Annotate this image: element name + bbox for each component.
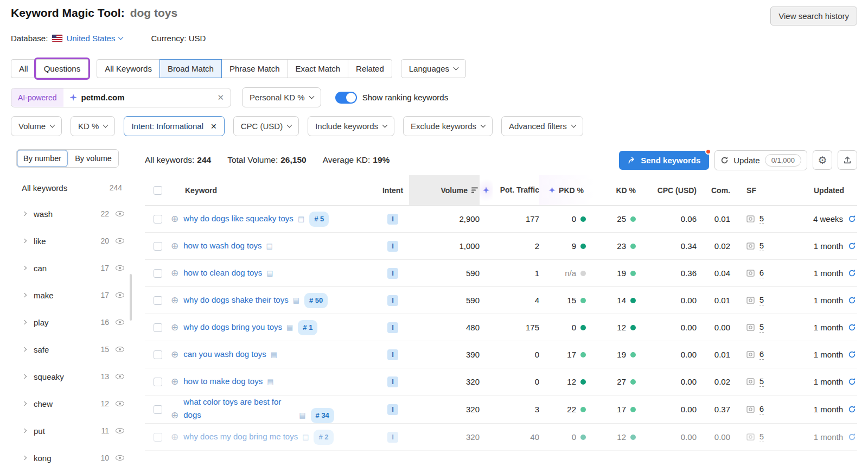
eye-icon[interactable] <box>116 265 124 271</box>
add-keyword-icon[interactable]: ⊕ <box>171 214 178 224</box>
keyword-link[interactable]: what color toys are best for dogs <box>183 395 295 422</box>
remove-intent-filter-icon[interactable]: ✕ <box>208 123 217 130</box>
sf-value[interactable]: 6 <box>760 349 764 360</box>
add-keyword-icon[interactable]: ⊕ <box>171 322 178 333</box>
tab-broad-match[interactable]: Broad Match <box>159 59 222 78</box>
include-keywords-filter[interactable]: Include keywords <box>308 116 394 136</box>
group-item-make[interactable]: make 17 <box>11 282 132 309</box>
serp-snapshot-icon[interactable] <box>746 324 755 331</box>
serp-snapshot-icon[interactable] <box>746 242 755 250</box>
by-volume-button[interactable]: By volume <box>68 150 118 167</box>
languages-dropdown[interactable]: Languages <box>401 59 466 78</box>
tab-exact-match[interactable]: Exact Match <box>288 59 349 78</box>
keyword-link[interactable]: how to make dog toys <box>183 376 263 386</box>
group-item-put[interactable]: put 11 <box>11 417 132 444</box>
header-pkd[interactable]: PKD % <box>539 175 593 205</box>
refresh-icon[interactable] <box>848 433 856 441</box>
eye-icon[interactable] <box>116 374 124 379</box>
sidebar-scrollbar[interactable] <box>130 274 132 321</box>
serp-snapshot-icon[interactable] <box>746 406 755 413</box>
tab-questions[interactable]: Questions <box>36 59 89 78</box>
eye-icon[interactable] <box>116 401 124 406</box>
keyword-link[interactable]: can you wash dog toys <box>183 349 266 359</box>
keyword-link[interactable]: why do dogs like squeaky toys <box>183 214 293 223</box>
header-com[interactable]: Com. <box>697 183 730 198</box>
serp-snapshot-icon[interactable] <box>746 270 755 277</box>
eye-icon[interactable] <box>116 320 124 325</box>
add-keyword-icon[interactable]: ⊕ <box>171 376 178 387</box>
clear-search-icon[interactable]: ✕ <box>210 93 231 103</box>
chevron-right-icon[interactable] <box>22 293 27 297</box>
eye-icon[interactable] <box>116 347 124 352</box>
chevron-right-icon[interactable] <box>22 239 27 243</box>
sf-value[interactable]: 6 <box>760 404 764 414</box>
all-keywords-group[interactable]: All keywords 244 <box>11 175 132 200</box>
keyword-link[interactable]: why does my dog bring me toys <box>183 432 298 441</box>
refresh-icon[interactable] <box>848 378 856 386</box>
group-item-play[interactable]: play 16 <box>11 309 132 336</box>
sf-value[interactable]: 5 <box>760 214 764 224</box>
serp-snapshot-icon[interactable] <box>746 215 755 222</box>
export-button[interactable] <box>838 150 857 170</box>
header-volume[interactable]: Volume <box>409 175 480 205</box>
group-item-like[interactable]: like 20 <box>11 227 132 254</box>
by-number-button[interactable]: By number <box>17 150 68 167</box>
row-checkbox[interactable] <box>154 215 162 224</box>
sf-value[interactable]: 5 <box>760 322 764 333</box>
add-keyword-icon[interactable]: ⊕ <box>171 241 178 251</box>
database-select[interactable]: United States <box>52 34 123 43</box>
send-keywords-button[interactable]: Send keywords <box>619 151 709 170</box>
row-checkbox[interactable] <box>154 296 162 305</box>
row-checkbox[interactable] <box>154 323 162 332</box>
keyword-link[interactable]: why do dogs shake their toys <box>183 295 288 304</box>
add-keyword-icon[interactable]: ⊕ <box>171 268 178 278</box>
group-item-wash[interactable]: wash 22 <box>11 200 132 227</box>
serp-snapshot-icon[interactable] <box>746 378 755 385</box>
row-checkbox[interactable] <box>154 350 162 359</box>
row-checkbox[interactable] <box>154 433 162 442</box>
sf-value[interactable]: 5 <box>760 241 764 251</box>
volume-filter[interactable]: Volume <box>11 116 62 136</box>
refresh-icon[interactable] <box>848 242 856 250</box>
refresh-icon[interactable] <box>848 215 856 223</box>
update-button[interactable]: Update 0/1,000 <box>714 150 807 170</box>
select-all-checkbox[interactable] <box>154 186 162 195</box>
group-item-squeaky[interactable]: squeaky 13 <box>11 363 132 390</box>
tab-all-keywords[interactable]: All Keywords <box>97 59 160 78</box>
cpc-filter[interactable]: CPC (USD) <box>233 116 299 136</box>
refresh-icon[interactable] <box>848 405 856 413</box>
add-keyword-icon[interactable]: ⊕ <box>171 349 178 360</box>
eye-icon[interactable] <box>116 292 124 298</box>
refresh-icon[interactable] <box>848 296 856 304</box>
sf-value[interactable]: 5 <box>760 295 764 305</box>
tab-phrase-match[interactable]: Phrase Match <box>221 59 288 78</box>
refresh-icon[interactable] <box>848 350 856 359</box>
chevron-right-icon[interactable] <box>22 347 27 352</box>
serp-snapshot-icon[interactable] <box>746 433 755 441</box>
header-kd[interactable]: KD % <box>593 183 643 198</box>
keyword-link[interactable]: how to wash dog toys <box>183 241 261 250</box>
group-item-chew[interactable]: chew 12 <box>11 390 132 417</box>
chevron-right-icon[interactable] <box>22 456 27 460</box>
chevron-right-icon[interactable] <box>22 266 27 270</box>
refresh-icon[interactable] <box>848 269 856 277</box>
advanced-filters[interactable]: Advanced filters <box>501 116 583 136</box>
keyword-link[interactable]: how to clean dog toys <box>183 268 262 277</box>
sf-value[interactable]: 5 <box>760 376 764 387</box>
add-keyword-icon[interactable]: ⊕ <box>171 432 178 442</box>
personal-kd-dropdown[interactable]: Personal KD % <box>242 87 321 107</box>
settings-button[interactable]: ⚙ <box>813 150 832 170</box>
group-item-can[interactable]: can 17 <box>11 254 132 282</box>
add-keyword-icon[interactable]: ⊕ <box>171 410 178 420</box>
eye-icon[interactable] <box>116 455 124 461</box>
add-keyword-icon[interactable]: ⊕ <box>171 295 178 305</box>
tab-related[interactable]: Related <box>348 59 392 78</box>
view-search-history-button[interactable]: View search history <box>770 7 857 25</box>
serp-snapshot-icon[interactable] <box>746 351 755 358</box>
eye-icon[interactable] <box>116 211 124 216</box>
keyword-link[interactable]: why do dogs bring you toys <box>183 322 282 331</box>
refresh-icon[interactable] <box>848 323 856 331</box>
group-item-safe[interactable]: safe 15 <box>11 336 132 363</box>
row-checkbox[interactable] <box>154 242 162 251</box>
chevron-right-icon[interactable] <box>22 320 27 324</box>
